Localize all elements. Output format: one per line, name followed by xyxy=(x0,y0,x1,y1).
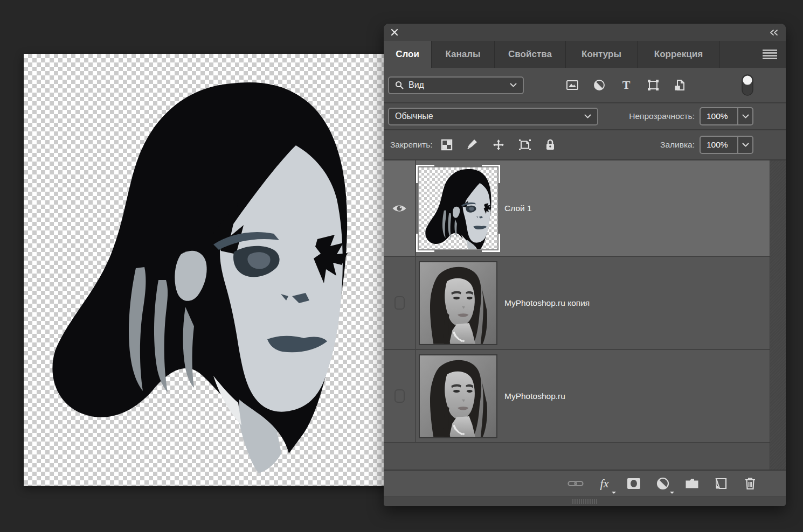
adjustment-menu-arrow-icon xyxy=(670,492,674,496)
layer-style-fx-icon[interactable]: fx xyxy=(596,475,613,493)
layer-row-myphotoshop[interactable]: MyPhotoshop.ru xyxy=(384,350,770,443)
opacity-label: Непрозрачность: xyxy=(629,111,695,121)
eye-hidden-well[interactable] xyxy=(394,389,405,403)
collapse-panel-icon[interactable] xyxy=(769,29,779,36)
fx-menu-arrow-icon xyxy=(612,492,616,496)
lock-pixels-brush-icon[interactable] xyxy=(466,138,479,151)
tab-channels-label: Каналы xyxy=(445,49,480,60)
photo-portrait-thumbnail xyxy=(420,355,496,437)
visibility-cell[interactable] xyxy=(384,350,416,442)
blend-mode-select[interactable]: Обычные xyxy=(388,108,598,125)
tab-channels[interactable]: Каналы xyxy=(432,41,495,68)
vector-portrait-artwork xyxy=(24,54,383,486)
photo-portrait-thumbnail xyxy=(420,262,496,344)
tab-properties-label: Свойства xyxy=(508,49,552,60)
link-layers-icon[interactable] xyxy=(566,475,584,493)
opacity-value[interactable]: 100% xyxy=(701,108,737,124)
fill-dropdown-button[interactable] xyxy=(737,137,752,153)
adjustment-layers-filter-icon[interactable] xyxy=(593,79,606,92)
blend-row: Обычные Непрозрачность: 100% xyxy=(384,103,786,130)
opacity-field: 100% xyxy=(700,107,753,125)
panel-bottom-strip xyxy=(384,496,786,506)
panel-titlebar xyxy=(384,24,786,41)
svg-text:T: T xyxy=(622,79,631,92)
lock-all-icon[interactable] xyxy=(544,138,557,151)
type-layers-filter-icon[interactable]: T xyxy=(620,79,633,92)
photoshop-workspace: Слои Каналы Свойства Контуры Коррекция В… xyxy=(0,0,803,532)
smart-object-filter-icon[interactable] xyxy=(674,79,687,92)
vector-portrait-thumbnail xyxy=(419,167,497,249)
chevron-down-icon xyxy=(584,114,591,118)
panel-tabbar: Слои Каналы Свойства Контуры Коррекция xyxy=(384,41,786,68)
add-mask-icon[interactable] xyxy=(625,475,642,493)
tab-layers-label: Слои xyxy=(396,49,419,60)
resize-grip[interactable] xyxy=(572,499,597,504)
tab-adjustments[interactable]: Коррекция xyxy=(638,41,720,68)
tab-paths[interactable]: Контуры xyxy=(566,41,638,68)
layer-filter-icons: T xyxy=(566,79,687,92)
lock-row: Закрепить: Заливка: xyxy=(384,130,786,160)
layer-thumbnail[interactable] xyxy=(419,354,497,438)
layers-empty-area xyxy=(384,443,770,470)
layers-panel: Слои Каналы Свойства Контуры Коррекция В… xyxy=(384,24,786,506)
fill-field: 100% xyxy=(700,136,753,154)
eye-visible-icon[interactable] xyxy=(392,204,407,213)
new-adjustment-layer-icon[interactable] xyxy=(654,475,672,493)
layer-name[interactable]: MyPhotoshop.ru xyxy=(504,391,565,401)
layer-filtering-toggle[interactable] xyxy=(742,74,753,96)
tab-paths-label: Контуры xyxy=(582,49,621,60)
tab-properties[interactable]: Свойства xyxy=(495,41,566,68)
layers-list: Слой 1 MyPhotoshop.ru копия xyxy=(384,160,786,470)
layer-thumbnail[interactable] xyxy=(419,261,497,345)
chevron-down-icon xyxy=(510,83,517,87)
pixel-layers-filter-icon[interactable] xyxy=(566,79,579,92)
blend-mode-value: Обычные xyxy=(395,111,433,121)
visibility-cell[interactable] xyxy=(384,257,416,349)
lock-label: Закрепить: xyxy=(390,140,433,150)
search-icon xyxy=(395,81,404,89)
layer-name[interactable]: MyPhotoshop.ru копия xyxy=(504,298,590,308)
close-icon[interactable] xyxy=(391,29,398,36)
shape-layers-filter-icon[interactable] xyxy=(647,79,660,92)
filter-type-select[interactable]: Вид xyxy=(388,76,524,94)
panel-menu-icon[interactable] xyxy=(763,50,777,59)
lock-artboard-icon[interactable] xyxy=(518,138,531,151)
fx-label: fx xyxy=(600,478,609,489)
lock-transparency-icon[interactable] xyxy=(440,138,453,151)
lock-icons xyxy=(440,138,557,151)
fill-value[interactable]: 100% xyxy=(701,137,737,153)
opacity-dropdown-button[interactable] xyxy=(737,108,752,124)
layer-name[interactable]: Слой 1 xyxy=(504,204,532,213)
panel-toolbar: fx xyxy=(384,470,786,496)
visibility-cell[interactable] xyxy=(384,160,416,256)
layer-row-myphotoshop-copy[interactable]: MyPhotoshop.ru копия xyxy=(384,257,770,350)
eye-hidden-well[interactable] xyxy=(394,296,405,310)
filter-type-value: Вид xyxy=(409,80,424,90)
fill-label: Заливка: xyxy=(660,140,695,150)
tab-adjustments-label: Коррекция xyxy=(654,49,703,60)
delete-layer-trash-icon[interactable] xyxy=(741,475,759,493)
filter-row: Вид T xyxy=(384,68,786,103)
lock-position-icon[interactable] xyxy=(492,138,505,151)
new-group-folder-icon[interactable] xyxy=(683,475,701,493)
tab-layers[interactable]: Слои xyxy=(384,41,432,68)
scrollbar-track[interactable] xyxy=(770,160,786,470)
document-canvas[interactable] xyxy=(24,54,401,486)
new-layer-icon[interactable] xyxy=(712,475,730,493)
layer-row-sloy-1[interactable]: Слой 1 xyxy=(384,160,770,257)
layer-thumbnail[interactable] xyxy=(419,167,497,249)
